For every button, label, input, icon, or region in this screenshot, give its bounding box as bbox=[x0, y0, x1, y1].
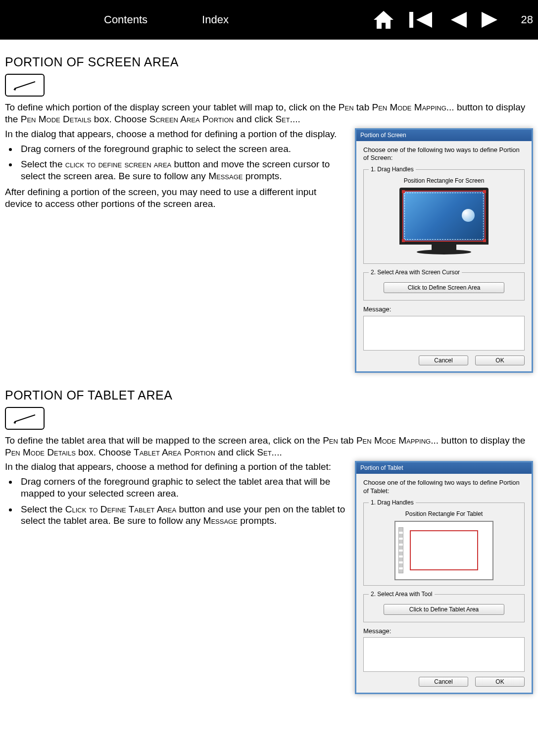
svg-line-5 bbox=[14, 82, 35, 89]
dialog1-caption1: Position Rectangle For Screen bbox=[369, 177, 519, 185]
section2-heading: PORTION OF TABLET AREA bbox=[5, 388, 533, 403]
dialog2-cancel-button[interactable]: Cancel bbox=[419, 677, 468, 687]
dialog2-message-box bbox=[363, 637, 525, 672]
svg-line-7 bbox=[14, 415, 35, 422]
contents-link[interactable]: Contents bbox=[104, 13, 147, 27]
dialog2-message-label: Message: bbox=[363, 627, 525, 635]
index-link[interactable]: Index bbox=[202, 13, 229, 27]
dialog1-drag-handles-group: 1. Drag Handles Position Rectangle For S… bbox=[363, 166, 525, 264]
svg-rect-1 bbox=[409, 12, 413, 28]
dialog1-message-label: Message: bbox=[363, 305, 525, 313]
svg-marker-4 bbox=[482, 12, 497, 28]
top-links: Contents Index bbox=[104, 13, 229, 27]
svg-marker-0 bbox=[374, 11, 393, 29]
dialog2-ok-button[interactable]: OK bbox=[475, 677, 525, 687]
dialog1-titlebar: Portion of Screen bbox=[356, 130, 532, 141]
top-navbar: Contents Index 28 bbox=[0, 0, 538, 40]
section1-para1: In the dialog that appears, choose a met… bbox=[5, 128, 346, 140]
handle-br[interactable] bbox=[483, 239, 486, 242]
handle-bl[interactable] bbox=[402, 239, 405, 242]
section1-bullet1: Drag corners of the foreground graphic t… bbox=[18, 143, 346, 155]
section2-intro: To define the tablet area that will be m… bbox=[5, 435, 533, 458]
section2-bullets: Drag corners of the foreground graphic t… bbox=[5, 476, 346, 527]
click-define-tablet-button[interactable]: Click to Define Tablet Area bbox=[384, 604, 504, 615]
dialog1-ok-button[interactable]: OK bbox=[475, 355, 525, 365]
dialog2-legend1: 1. Drag Handles bbox=[369, 499, 416, 506]
dialog2-titlebar: Portion of Tablet bbox=[356, 462, 532, 474]
tablet-graphic[interactable] bbox=[394, 521, 493, 580]
pen-icon bbox=[11, 80, 38, 91]
dialog1-message-box bbox=[363, 316, 525, 351]
section1-intro: To define which portion of the display s… bbox=[5, 101, 533, 125]
pen-icon-box-1 bbox=[5, 74, 45, 97]
section2-bullet1: Drag corners of the foreground graphic t… bbox=[18, 476, 346, 500]
dialog1-intro: Choose one of the following two ways to … bbox=[363, 146, 525, 162]
pen-icon bbox=[11, 413, 38, 424]
section1-bullets: Drag corners of the foreground graphic t… bbox=[5, 143, 346, 182]
dialog1-cursor-group: 2. Select Area with Screen Cursor Click … bbox=[363, 269, 525, 301]
first-page-icon[interactable] bbox=[409, 11, 432, 29]
svg-marker-2 bbox=[416, 12, 432, 28]
svg-marker-3 bbox=[451, 12, 467, 28]
dialog1-legend2: 2. Select Area with Screen Cursor bbox=[369, 269, 462, 276]
dialog2-intro: Choose one of the following two ways to … bbox=[363, 479, 525, 495]
nav-icons-top: 28 bbox=[373, 10, 533, 30]
dialog2-legend2: 2. Select Area with Tool bbox=[369, 591, 435, 598]
home-icon[interactable] bbox=[373, 10, 394, 30]
handle-tr[interactable] bbox=[483, 190, 486, 193]
dialog2-tool-group: 2. Select Area with Tool Click to Define… bbox=[363, 591, 525, 622]
dialog2-drag-handles-group: 1. Drag Handles Position Rectangle For T… bbox=[363, 499, 525, 586]
portion-of-tablet-dialog: Portion of Tablet Choose one of the foll… bbox=[355, 461, 533, 694]
section2-body: In the dialog that appears, choose a met… bbox=[5, 461, 533, 694]
page-content: PORTION OF SCREEN AREA To define which p… bbox=[0, 40, 538, 699]
dialog1-cancel-button[interactable]: Cancel bbox=[419, 355, 468, 365]
selection-rectangle[interactable] bbox=[404, 193, 484, 240]
section1-bullet2: Select the click to define screen area b… bbox=[18, 158, 346, 182]
monitor-graphic[interactable] bbox=[399, 188, 489, 245]
tablet-side-controls bbox=[398, 527, 403, 573]
section2-para1: In the dialog that appears, choose a met… bbox=[5, 461, 346, 473]
monitor-base bbox=[417, 250, 471, 254]
click-define-screen-button[interactable]: Click to Define Screen Area bbox=[384, 282, 504, 293]
prev-page-icon[interactable] bbox=[447, 11, 467, 29]
handle-tl[interactable] bbox=[402, 190, 405, 193]
section1-after: After defining a portion of the screen, … bbox=[5, 186, 346, 210]
portion-of-screen-dialog: Portion of Screen Choose one of the foll… bbox=[355, 128, 533, 373]
section1-body: In the dialog that appears, choose a met… bbox=[5, 128, 533, 373]
section1-heading: PORTION OF SCREEN AREA bbox=[5, 54, 533, 70]
pen-icon-box-2 bbox=[5, 407, 45, 430]
next-page-icon[interactable] bbox=[482, 11, 501, 29]
dialog1-legend1: 1. Drag Handles bbox=[369, 166, 416, 173]
tablet-selection-rectangle[interactable] bbox=[410, 530, 478, 570]
dialog2-caption1: Position Rectangle For Tablet bbox=[369, 510, 519, 518]
section2-bullet2: Select the Click to Define Tablet Area b… bbox=[18, 504, 346, 527]
page-number-top: 28 bbox=[521, 13, 533, 27]
